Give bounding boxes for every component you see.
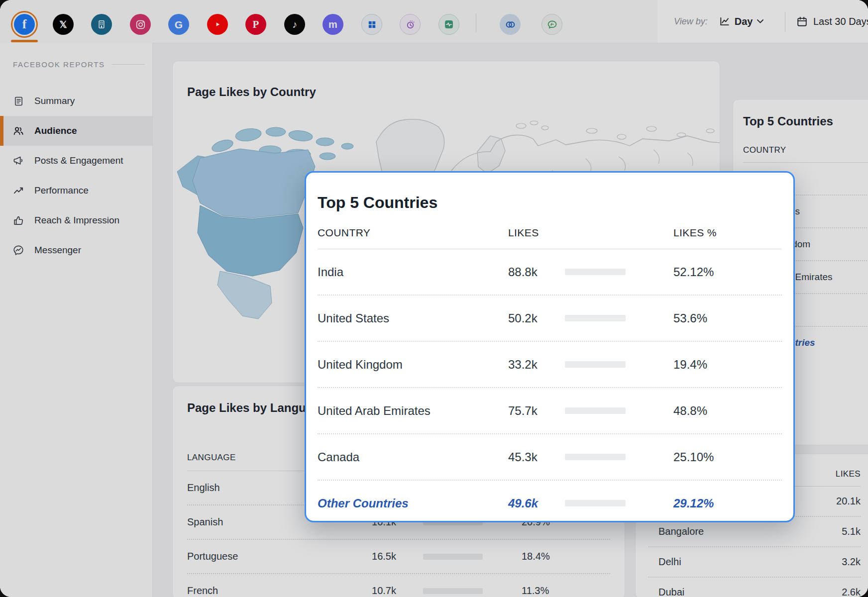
likes-bar <box>565 361 626 368</box>
likes-pct-value: 53.6% <box>673 311 707 325</box>
likes-column-header: LIKES <box>508 227 551 239</box>
likes-bar <box>565 315 626 321</box>
modal-country-row: Canada 45.3k 25.10% <box>318 433 782 480</box>
likes-pct-value: 25.10% <box>673 450 714 464</box>
other-countries-link[interactable]: Other Countries <box>318 497 508 510</box>
likes-pct-value: 48.8% <box>673 404 707 418</box>
top5-countries-modal: Top 5 Countries COUNTRY LIKES LIKES % In… <box>305 171 795 522</box>
likes-bar <box>565 500 626 506</box>
likes-bar <box>565 407 626 414</box>
likes-pct-column-header: LIKES % <box>673 227 717 239</box>
country-name: Canada <box>318 450 508 464</box>
likes-value: 50.2k <box>508 311 551 325</box>
likes-value: 75.7k <box>508 404 551 418</box>
modal-country-row: United States 50.2k 53.6% <box>318 295 782 341</box>
country-name: United Kingdom <box>318 358 508 372</box>
likes-value: 49.6k <box>508 497 551 510</box>
country-name: United Arab Emirates <box>318 404 508 418</box>
country-name: United States <box>318 311 508 325</box>
likes-bar <box>565 269 626 275</box>
app-window: f 𝕏 G P ♪ m View by <box>0 0 868 597</box>
modal-title: Top 5 Countries <box>318 194 782 212</box>
likes-value: 45.3k <box>508 450 551 464</box>
likes-value: 88.8k <box>508 265 551 279</box>
modal-country-row: United Kingdom 33.2k 19.4% <box>318 341 782 387</box>
modal-other-countries-row: Other Countries 49.6k 29.12% <box>318 480 782 526</box>
likes-value: 33.2k <box>508 358 551 372</box>
country-name: India <box>318 265 508 279</box>
modal-country-row: India 88.8k 52.12% <box>318 249 782 295</box>
likes-pct-value: 19.4% <box>673 358 707 372</box>
modal-country-row: United Arab Emirates 75.7k 48.8% <box>318 387 782 433</box>
likes-pct-value: 29.12% <box>673 497 714 510</box>
modal-table-header: COUNTRY LIKES LIKES % <box>318 227 782 249</box>
likes-pct-value: 52.12% <box>673 265 714 279</box>
likes-bar <box>565 454 626 460</box>
country-column-header: COUNTRY <box>318 227 508 239</box>
